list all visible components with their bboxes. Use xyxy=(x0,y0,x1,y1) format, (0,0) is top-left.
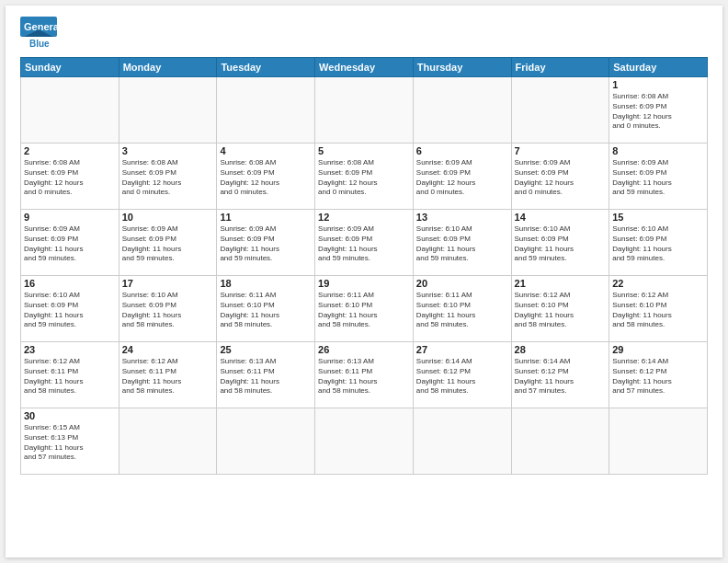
calendar-cell: 2Sunrise: 6:08 AM Sunset: 6:09 PM Daylig… xyxy=(21,144,119,210)
calendar-cell: 10Sunrise: 6:09 AM Sunset: 6:09 PM Dayli… xyxy=(119,210,217,276)
day-number: 15 xyxy=(612,212,704,223)
day-info: Sunrise: 6:09 AM Sunset: 6:09 PM Dayligh… xyxy=(122,224,214,264)
weekday-header-friday: Friday xyxy=(511,58,609,77)
day-number: 18 xyxy=(220,278,312,289)
day-number: 30 xyxy=(24,410,116,421)
day-info: Sunrise: 6:14 AM Sunset: 6:12 PM Dayligh… xyxy=(416,357,508,396)
day-info: Sunrise: 6:08 AM Sunset: 6:09 PM Dayligh… xyxy=(612,92,704,132)
calendar-cell: 28Sunrise: 6:14 AM Sunset: 6:12 PM Dayli… xyxy=(511,342,609,408)
day-info: Sunrise: 6:12 AM Sunset: 6:10 PM Dayligh… xyxy=(515,291,607,330)
day-info: Sunrise: 6:08 AM Sunset: 6:09 PM Dayligh… xyxy=(318,158,410,198)
calendar-cell: 13Sunrise: 6:10 AM Sunset: 6:09 PM Dayli… xyxy=(413,210,511,276)
calendar-cell: 21Sunrise: 6:12 AM Sunset: 6:10 PM Dayli… xyxy=(511,276,609,342)
logo: General Blue xyxy=(20,17,57,50)
day-number: 28 xyxy=(515,344,607,355)
calendar-week-6: 30Sunrise: 6:15 AM Sunset: 6:13 PM Dayli… xyxy=(21,408,708,475)
day-number: 27 xyxy=(416,344,508,355)
day-number: 25 xyxy=(220,344,312,355)
day-number: 4 xyxy=(220,145,312,156)
calendar-cell: 18Sunrise: 6:11 AM Sunset: 6:10 PM Dayli… xyxy=(217,276,315,342)
day-info: Sunrise: 6:15 AM Sunset: 6:13 PM Dayligh… xyxy=(24,423,116,463)
calendar-cell: 25Sunrise: 6:13 AM Sunset: 6:11 PM Dayli… xyxy=(217,342,315,408)
day-info: Sunrise: 6:10 AM Sunset: 6:09 PM Dayligh… xyxy=(24,291,116,330)
calendar-cell xyxy=(315,408,414,475)
calendar-week-2: 2Sunrise: 6:08 AM Sunset: 6:09 PM Daylig… xyxy=(21,144,708,210)
calendar-cell: 1Sunrise: 6:08 AM Sunset: 6:09 PM Daylig… xyxy=(609,77,708,144)
day-info: Sunrise: 6:09 AM Sunset: 6:09 PM Dayligh… xyxy=(220,224,312,264)
calendar-cell: 11Sunrise: 6:09 AM Sunset: 6:09 PM Dayli… xyxy=(217,210,315,276)
day-info: Sunrise: 6:10 AM Sunset: 6:09 PM Dayligh… xyxy=(122,291,214,330)
calendar-cell xyxy=(413,408,511,475)
day-number: 17 xyxy=(122,278,214,289)
weekday-header-wednesday: Wednesday xyxy=(315,58,414,77)
day-number: 26 xyxy=(318,344,410,355)
calendar-cell: 12Sunrise: 6:09 AM Sunset: 6:09 PM Dayli… xyxy=(315,210,414,276)
calendar-cell: 22Sunrise: 6:12 AM Sunset: 6:10 PM Dayli… xyxy=(609,276,708,342)
calendar-cell: 23Sunrise: 6:12 AM Sunset: 6:11 PM Dayli… xyxy=(21,342,119,408)
day-number: 14 xyxy=(515,212,607,223)
day-info: Sunrise: 6:12 AM Sunset: 6:11 PM Dayligh… xyxy=(122,357,214,396)
calendar-cell: 29Sunrise: 6:14 AM Sunset: 6:12 PM Dayli… xyxy=(609,342,708,408)
calendar-header-row: SundayMondayTuesdayWednesdayThursdayFrid… xyxy=(21,58,708,77)
weekday-header-saturday: Saturday xyxy=(609,58,708,77)
day-info: Sunrise: 6:14 AM Sunset: 6:12 PM Dayligh… xyxy=(612,357,704,396)
day-number: 10 xyxy=(122,212,214,223)
page: General Blue SundayMondayTuesdayWednesda… xyxy=(6,6,722,557)
calendar-table: SundayMondayTuesdayWednesdayThursdayFrid… xyxy=(20,57,708,475)
day-info: Sunrise: 6:08 AM Sunset: 6:09 PM Dayligh… xyxy=(220,158,312,198)
day-info: Sunrise: 6:09 AM Sunset: 6:09 PM Dayligh… xyxy=(515,158,607,198)
calendar-week-1: 1Sunrise: 6:08 AM Sunset: 6:09 PM Daylig… xyxy=(21,77,708,144)
day-info: Sunrise: 6:10 AM Sunset: 6:09 PM Dayligh… xyxy=(515,224,607,264)
calendar-cell: 24Sunrise: 6:12 AM Sunset: 6:11 PM Dayli… xyxy=(119,342,217,408)
day-info: Sunrise: 6:14 AM Sunset: 6:12 PM Dayligh… xyxy=(515,357,607,396)
calendar-week-3: 9Sunrise: 6:09 AM Sunset: 6:09 PM Daylig… xyxy=(21,210,708,276)
day-number: 19 xyxy=(318,278,410,289)
weekday-header-monday: Monday xyxy=(119,58,217,77)
calendar-cell: 15Sunrise: 6:10 AM Sunset: 6:09 PM Dayli… xyxy=(609,210,708,276)
calendar-week-5: 23Sunrise: 6:12 AM Sunset: 6:11 PM Dayli… xyxy=(21,342,708,408)
day-info: Sunrise: 6:12 AM Sunset: 6:11 PM Dayligh… xyxy=(24,357,116,396)
calendar-cell xyxy=(119,77,217,144)
calendar-week-4: 16Sunrise: 6:10 AM Sunset: 6:09 PM Dayli… xyxy=(21,276,708,342)
day-info: Sunrise: 6:08 AM Sunset: 6:09 PM Dayligh… xyxy=(24,158,116,198)
day-number: 16 xyxy=(24,278,116,289)
day-info: Sunrise: 6:12 AM Sunset: 6:10 PM Dayligh… xyxy=(612,291,704,330)
calendar-cell: 20Sunrise: 6:11 AM Sunset: 6:10 PM Dayli… xyxy=(413,276,511,342)
day-number: 20 xyxy=(416,278,508,289)
day-info: Sunrise: 6:13 AM Sunset: 6:11 PM Dayligh… xyxy=(318,357,410,396)
day-number: 9 xyxy=(24,212,116,223)
day-number: 22 xyxy=(612,278,704,289)
calendar-cell: 9Sunrise: 6:09 AM Sunset: 6:09 PM Daylig… xyxy=(21,210,119,276)
logo-svg: General Blue xyxy=(20,17,57,50)
calendar-cell: 3Sunrise: 6:08 AM Sunset: 6:09 PM Daylig… xyxy=(119,144,217,210)
calendar-cell xyxy=(21,77,119,144)
day-number: 12 xyxy=(318,212,410,223)
day-info: Sunrise: 6:13 AM Sunset: 6:11 PM Dayligh… xyxy=(220,357,312,396)
calendar-cell xyxy=(119,408,217,475)
day-info: Sunrise: 6:11 AM Sunset: 6:10 PM Dayligh… xyxy=(318,291,410,330)
day-info: Sunrise: 6:10 AM Sunset: 6:09 PM Dayligh… xyxy=(612,224,704,264)
calendar-cell xyxy=(315,77,414,144)
day-number: 23 xyxy=(24,344,116,355)
day-number: 1 xyxy=(612,79,704,90)
day-number: 3 xyxy=(122,145,214,156)
header: General Blue xyxy=(20,17,708,50)
calendar-cell xyxy=(511,408,609,475)
day-number: 8 xyxy=(612,145,704,156)
day-info: Sunrise: 6:09 AM Sunset: 6:09 PM Dayligh… xyxy=(24,224,116,264)
calendar-cell xyxy=(511,77,609,144)
day-info: Sunrise: 6:10 AM Sunset: 6:09 PM Dayligh… xyxy=(416,224,508,264)
calendar-cell: 14Sunrise: 6:10 AM Sunset: 6:09 PM Dayli… xyxy=(511,210,609,276)
day-number: 29 xyxy=(612,344,704,355)
calendar-cell xyxy=(217,408,315,475)
day-info: Sunrise: 6:08 AM Sunset: 6:09 PM Dayligh… xyxy=(122,158,214,198)
calendar-cell: 5Sunrise: 6:08 AM Sunset: 6:09 PM Daylig… xyxy=(315,144,414,210)
calendar-cell xyxy=(413,77,511,144)
calendar-cell xyxy=(609,408,708,475)
day-number: 13 xyxy=(416,212,508,223)
calendar-cell: 26Sunrise: 6:13 AM Sunset: 6:11 PM Dayli… xyxy=(315,342,414,408)
day-number: 7 xyxy=(515,145,607,156)
calendar-cell: 27Sunrise: 6:14 AM Sunset: 6:12 PM Dayli… xyxy=(413,342,511,408)
calendar-cell: 19Sunrise: 6:11 AM Sunset: 6:10 PM Dayli… xyxy=(315,276,414,342)
day-info: Sunrise: 6:11 AM Sunset: 6:10 PM Dayligh… xyxy=(416,291,508,330)
